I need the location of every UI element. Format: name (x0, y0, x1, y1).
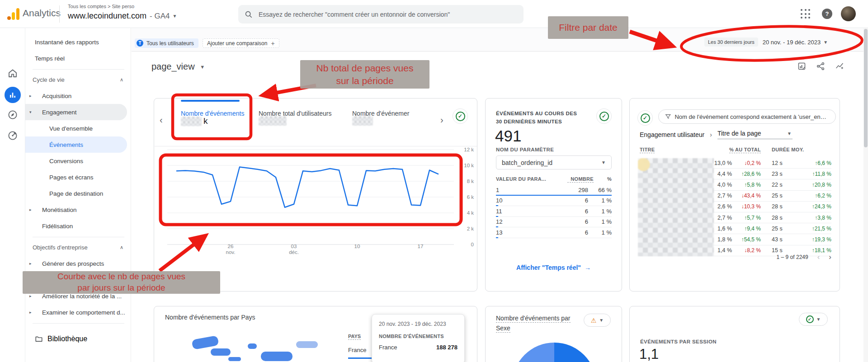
pct-total: 1,8 % (712, 236, 732, 243)
home-icon[interactable] (7, 68, 18, 79)
dimension-select[interactable]: Titre de la page ▼ (717, 130, 793, 139)
sidebar-item-label: Objectifs d'entreprise (33, 244, 88, 251)
chevron-down-icon: ▼ (200, 64, 205, 70)
sidebar-item-label: Examiner le comportement d... (42, 309, 125, 316)
reports-icon[interactable] (5, 87, 21, 103)
sidebar-item-label: Acquisition (42, 93, 71, 99)
property-selector[interactable]: www.lecoindunet.com- GA4▼ (68, 11, 177, 21)
param-pct: 1 % (588, 197, 612, 204)
avg-duration: 22 s (761, 182, 798, 188)
breadcrumb[interactable]: Tous les comptes > Site perso (68, 4, 134, 9)
col-header-country[interactable]: PAYS (348, 334, 361, 340)
check-icon: ✓ (806, 315, 814, 323)
svg-text:17: 17 (418, 244, 424, 249)
param-count: 6 (565, 218, 588, 225)
chevron-expanded-icon[interactable]: ▾ (29, 110, 32, 114)
card-status-badge[interactable]: ✓ (453, 108, 468, 124)
sidebar-item-g-n-rer-des-prospects[interactable]: ▸Générer des prospects (25, 255, 131, 272)
card-status-badge[interactable]: ✓ (596, 108, 612, 124)
col-header-title[interactable]: TITRE (640, 147, 655, 153)
param-bar (496, 237, 498, 238)
gender-donut-chart (512, 343, 596, 362)
analytics-logo-icon[interactable] (7, 8, 19, 20)
sidebar-item-mon-tisation[interactable]: ▸Monétisation (25, 202, 131, 218)
map-region[interactable] (296, 341, 318, 348)
sidebar-item-pages-et-crans[interactable]: Pages et écrans (25, 169, 131, 185)
card-title-line2[interactable]: Sexe (496, 324, 510, 333)
duration-delta: ↑3,8 % (798, 215, 831, 221)
add-comparison-button[interactable]: Ajouter une comparaison + (203, 38, 279, 48)
sidebar-item-cycle-de-vie[interactable]: Cycle de vie∧ (25, 71, 131, 88)
brand-title: Analytics (23, 8, 61, 19)
sidebar-item-library[interactable]: Bibliothèque (25, 330, 131, 348)
tabs-prev-icon[interactable]: ‹ (160, 115, 163, 125)
duration-delta: ↑19,3 % (798, 236, 831, 243)
chevron-collapsed-icon[interactable]: ▸ (29, 94, 32, 98)
col-header-count[interactable]: NOMBRE (567, 176, 594, 183)
insights-icon[interactable] (835, 61, 844, 71)
metric-title: ÉVÉNEMENTS PAR SESSION (640, 339, 717, 344)
avatar[interactable] (841, 6, 856, 21)
divider (33, 69, 124, 70)
chevron-collapsed-icon[interactable]: ▸ (29, 261, 32, 266)
sidebar-item-engagement[interactable]: ▾Engagement (25, 104, 127, 120)
redacted-value (181, 117, 202, 126)
all-users-label: Tous les utilisateurs (146, 40, 194, 47)
sidebar-item-objectifs-d-entreprise[interactable]: Objectifs d'entreprise∧ (25, 239, 131, 255)
card-status-badge[interactable]: ✓ (637, 110, 653, 126)
advertising-icon[interactable] (7, 130, 18, 141)
card-status-dropdown[interactable]: ✓ ▼ (799, 313, 828, 326)
all-users-chip[interactable]: T Tous les utilisateurs (135, 38, 198, 48)
sidebar-item-instantan-des-rapports[interactable]: Instantané des rapports (25, 34, 131, 50)
scrollbar-thumb[interactable] (864, 29, 868, 147)
sidebar-item-acquisition[interactable]: ▸Acquisition (25, 88, 131, 104)
sidebar-item-conversions[interactable]: Conversions (25, 153, 131, 169)
apps-grid-icon[interactable] (801, 9, 811, 19)
date-range-picker[interactable]: Les 30 derniers jours 20 nov. - 19 déc. … (704, 38, 828, 47)
sidebar-item-vue-d-ensemble[interactable]: Vue d'ensemble (25, 120, 131, 136)
sidebar-item-temps-r-el[interactable]: Temps réel (25, 50, 131, 66)
check-icon: ✓ (599, 112, 609, 121)
collapse-caret-icon[interactable]: ∧ (120, 244, 123, 250)
annotation-label-total: Nb total de pages vues sur la période (300, 60, 429, 89)
search-placeholder: Essayez de rechercher "comment créer un … (259, 11, 450, 18)
search-input[interactable]: Essayez de rechercher "comment créer un … (238, 5, 524, 24)
chevron-collapsed-icon[interactable]: ▸ (29, 310, 32, 315)
view-realtime-link[interactable]: Afficher "Temps réel" → (486, 264, 622, 271)
chevron-collapsed-icon[interactable]: ▸ (29, 207, 32, 212)
collapse-caret-icon[interactable]: ∧ (120, 77, 123, 83)
param-select[interactable]: batch_ordering_id ▼ (496, 155, 612, 169)
explore-icon[interactable] (7, 109, 18, 120)
help-icon[interactable]: ? (822, 9, 832, 19)
map-region[interactable] (261, 352, 292, 361)
page-prev-icon[interactable]: ‹ (817, 253, 820, 262)
metric-tab-3[interactable]: Nombre d'événemer (351, 98, 435, 143)
sidebar-item-examiner-le-comportement-d[interactable]: ▸Examiner le comportement d... (25, 304, 131, 320)
pct-total: 4,4 % (712, 171, 732, 177)
data-quality-dropdown[interactable]: ⚠ ▼ (584, 314, 611, 327)
report-title-dropdown[interactable]: page_view ▼ (151, 61, 205, 72)
metric-tab-2[interactable]: Nombre total d'utilisateurs (258, 98, 344, 143)
map-region[interactable] (248, 343, 257, 349)
event-filter-pill[interactable]: Nom de l'événement correspond exactement… (658, 109, 836, 124)
card-title-line1[interactable]: Nombre d'événements par (496, 315, 571, 323)
param-count: 6 (565, 208, 588, 215)
tooltip-value: 188 278 (436, 344, 458, 351)
page-next-icon[interactable]: › (829, 253, 831, 262)
sidebar-item-page-de-destination[interactable]: Page de destination (25, 185, 131, 202)
sidebar-item-fid-lisation[interactable]: Fidélisation (25, 218, 131, 234)
breadcrumb-sep: › (710, 131, 712, 138)
pagination-label: 1 – 9 of 2249 (777, 254, 808, 260)
map-region[interactable] (211, 348, 231, 356)
map-tooltip: 20 nov. 2023 - 19 déc. 2023 NOMBRE D'ÉVÉ… (372, 314, 465, 362)
map-region[interactable] (228, 357, 241, 361)
col-header-pct-total[interactable]: % AU TOTAL (729, 147, 761, 153)
sidebar-item-v-nements[interactable]: Événements (25, 136, 127, 153)
chevron-collapsed-icon[interactable]: ▸ (29, 294, 32, 298)
arrow-right-icon: → (585, 264, 591, 271)
pct-total: 2,6 % (712, 203, 732, 210)
customize-report-icon[interactable] (797, 61, 807, 71)
share-icon[interactable] (816, 61, 826, 71)
metric-tab-1[interactable]: Nombre d'événementsk (180, 98, 251, 143)
tabs-next-icon[interactable]: › (440, 115, 443, 125)
